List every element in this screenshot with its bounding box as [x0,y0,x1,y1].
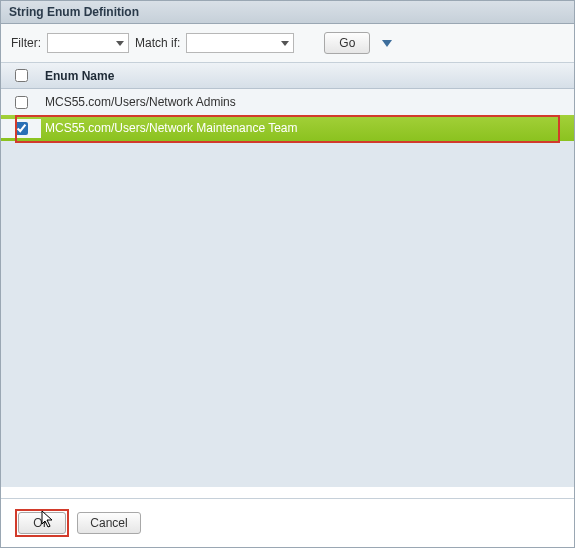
enum-table: Enum Name MCS55.com/Users/Network Admins… [1,63,574,487]
table-row[interactable]: MCS55.com/Users/Network Admins [1,89,574,115]
cancel-button[interactable]: Cancel [77,512,141,534]
row-name: MCS55.com/Users/Network Admins [41,95,574,109]
caret-down-icon [116,41,124,46]
ok-button[interactable]: OK [18,512,66,534]
expand-filters-icon[interactable] [382,40,392,47]
table-header-row: Enum Name [1,63,574,89]
row-checkbox[interactable] [15,96,28,109]
select-all-checkbox[interactable] [15,69,28,82]
filter-dropdown[interactable] [47,33,129,53]
dialog-title: String Enum Definition [1,1,574,24]
row-checkbox[interactable] [15,122,28,135]
column-header-enum-name[interactable]: Enum Name [41,69,574,83]
go-button[interactable]: Go [324,32,370,54]
dialog-string-enum-definition: String Enum Definition Filter: Match if:… [0,0,575,548]
dialog-footer: OK Cancel [1,498,574,547]
ok-button-highlight: OK [15,509,69,537]
filter-toolbar: Filter: Match if: Go [1,24,574,63]
match-if-label: Match if: [135,36,180,50]
table-row[interactable]: MCS55.com/Users/Network Maintenance Team [1,115,574,141]
match-if-dropdown[interactable] [186,33,294,53]
filter-label: Filter: [11,36,41,50]
row-name: MCS55.com/Users/Network Maintenance Team [41,121,574,135]
caret-down-icon [281,41,289,46]
select-all-cell [1,66,41,85]
